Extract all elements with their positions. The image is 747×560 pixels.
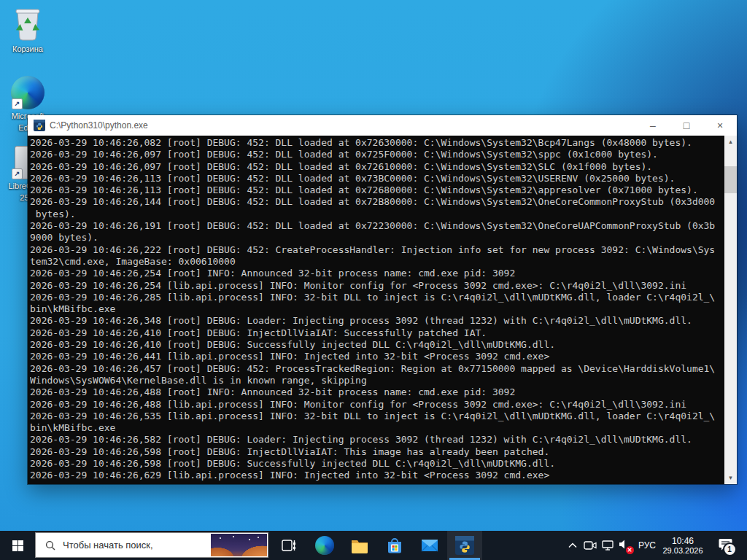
search-placeholder: Чтобы начать поиск,: [63, 540, 153, 551]
log-line: 2026-03-29 10:46:26,285 [lib.api.process…: [30, 292, 719, 303]
shortcut-arrow-icon: ↗: [12, 168, 23, 179]
console-log: 2026-03-29 10:46:26,082 [root] DEBUG: 45…: [30, 137, 719, 483]
log-line: 2026-03-29 10:46:26,629 [lib.api.process…: [30, 470, 719, 481]
log-line: 2026-03-29 10:46:26,097 [root] DEBUG: 45…: [30, 149, 719, 160]
edge-icon: [315, 536, 334, 555]
log-line: 2026-03-29 10:46:26,113 [root] DEBUG: 45…: [30, 184, 719, 196]
notification-badge: 1: [723, 542, 737, 556]
taskbar-python-console-button[interactable]: [447, 531, 482, 560]
minimize-button[interactable]: –: [636, 115, 670, 136]
desktop: Корзина ↗ Microsoft Edge ↗ LibreOffice 2…: [0, 0, 747, 560]
scroll-down-icon[interactable]: ▾: [724, 472, 737, 484]
shortcut-arrow-icon: ↗: [12, 98, 23, 109]
search-highlights-image[interactable]: [211, 534, 267, 556]
log-line: 2026-03-29 10:46:26,144 [root] DEBUG: 45…: [30, 196, 719, 208]
start-button[interactable]: [0, 531, 35, 560]
log-line: 2026-03-29 10:46:26,254 [lib.api.process…: [30, 280, 719, 292]
edge-icon: ↗: [0, 73, 55, 109]
log-line: 2026-03-29 10:46:26,582 [root] DEBUG: Lo…: [30, 434, 719, 446]
console-window: C:\Python310\python.exe – □ × 2026-03-29…: [28, 115, 737, 484]
log-line: 2026-03-29 10:46:26,097 [root] DEBUG: 45…: [30, 161, 719, 173]
log-line: 2026-03-29 10:46:26,410 [root] DEBUG: Su…: [30, 339, 719, 351]
recycle-bin-icon: [0, 6, 55, 42]
log-line: 2026-03-29 10:46:26,222 [root] DEBUG: 45…: [30, 244, 719, 256]
tray-overflow-button[interactable]: [563, 531, 582, 560]
scrollbar[interactable]: ▴ ▾: [724, 136, 737, 484]
chevron-up-icon: [568, 542, 577, 548]
log-line: 2026-03-29 10:46:26,598 [root] DEBUG: In…: [30, 446, 719, 458]
log-line: bin\kMBifbc.exe: [30, 422, 719, 434]
scrollbar-thumb[interactable]: [724, 166, 737, 193]
desktop-icon-label: Корзина: [0, 44, 55, 54]
log-line: 2026-03-29 10:46:26,488 [lib.api.process…: [30, 399, 719, 411]
taskbar-explorer-button[interactable]: [342, 531, 377, 560]
log-line: 2026-03-29 10:46:26,113 [root] DEBUG: 45…: [30, 173, 719, 184]
close-button[interactable]: ×: [703, 115, 737, 136]
tray-language-button[interactable]: РУС: [636, 531, 658, 560]
action-center-button[interactable]: 1: [711, 531, 740, 560]
window-title: C:\Python310\python.exe: [50, 120, 148, 131]
log-line: tem32\cmd.exe, ImageBase: 0x00610000: [30, 256, 719, 268]
taskbar-edge-button[interactable]: [307, 531, 342, 560]
log-line: 2026-03-29 10:46:26,488 [root] INFO: Ann…: [30, 386, 719, 398]
log-line: 2026-03-29 10:46:26,191 [root] DEBUG: 45…: [30, 220, 719, 232]
python-console-icon: [455, 536, 474, 555]
clock-date: 29.03.2026: [662, 546, 703, 556]
log-line: 2026-03-29 10:46:26,082 [root] DEBUG: 45…: [30, 137, 719, 149]
microsoft-store-icon: [385, 536, 404, 555]
taskbar-store-button[interactable]: [377, 531, 412, 560]
log-line: 2026-03-29 10:46:26,598 [root] DEBUG: Su…: [30, 458, 719, 470]
mute-x-icon: ✕: [626, 546, 634, 554]
task-view-icon: [281, 537, 297, 553]
log-line: 2026-03-29 10:46:26,348 [root] DEBUG: Lo…: [30, 315, 719, 327]
log-line: 2026-03-29 10:46:26,535 [lib.api.process…: [30, 411, 719, 422]
tray-clock[interactable]: 10:46 29.03.2026: [657, 531, 709, 560]
log-line: bytes).: [30, 209, 719, 220]
network-ethernet-icon: [601, 540, 614, 551]
maximize-button[interactable]: □: [670, 115, 703, 136]
console-content[interactable]: 2026-03-29 10:46:26,082 [root] DEBUG: 45…: [28, 136, 737, 484]
taskbar: Чтобы начать поиск,: [0, 531, 747, 560]
windows-logo-icon: [12, 540, 23, 551]
taskbar-mail-button[interactable]: [412, 531, 447, 560]
log-line: 2026-03-29 10:46:26,254 [root] INFO: Ann…: [30, 268, 719, 279]
tray-volume-button[interactable]: ✕: [614, 531, 635, 560]
desktop-icon-recycle-bin[interactable]: Корзина: [0, 6, 55, 54]
clock-time: 10:46: [672, 536, 694, 546]
meet-now-icon: [584, 540, 597, 551]
log-line: 2026-03-29 10:46:26,410 [root] DEBUG: In…: [30, 327, 719, 339]
scroll-up-icon[interactable]: ▴: [724, 136, 737, 148]
log-line: 2026-03-29 10:46:26,457 [root] DEBUG: 45…: [30, 363, 719, 375]
log-line: 2026-03-29 10:46:26,441 [lib.api.process…: [30, 351, 719, 362]
log-line: Windows\SysWOW64\KernelBase.dll is in kn…: [30, 375, 719, 386]
file-explorer-icon: [350, 536, 369, 555]
log-line: bin\kMBifbc.exe: [30, 303, 719, 315]
mail-icon: [420, 536, 439, 555]
tray-meet-now-button[interactable]: [581, 531, 600, 560]
search-box[interactable]: Чтобы начать поиск,: [35, 532, 268, 558]
window-titlebar[interactable]: C:\Python310\python.exe – □ ×: [28, 115, 737, 136]
python-console-icon: [34, 120, 45, 131]
log-line: 9000 bytes).: [30, 232, 719, 244]
search-icon: [45, 540, 55, 551]
language-indicator: РУС: [638, 540, 656, 551]
task-view-button[interactable]: [273, 531, 305, 560]
